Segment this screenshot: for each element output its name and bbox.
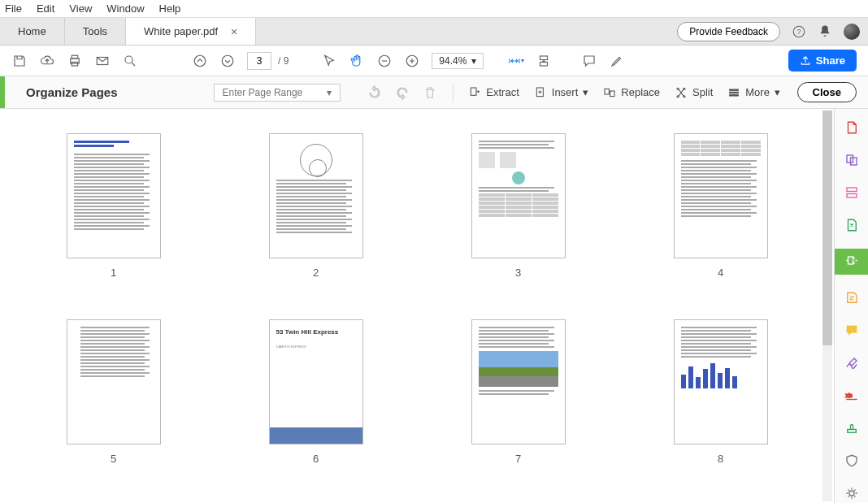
select-tool-icon[interactable] [321,53,337,69]
page-thumbnail-2[interactable] [269,133,363,258]
zoom-level-label: 94.4% [439,55,467,67]
extract-button[interactable]: Extract [468,86,519,99]
page6-heading: 53 Twin Hill Express [270,320,362,345]
zoom-level-dropdown[interactable]: 94.4%▾ [432,53,484,69]
menu-file[interactable]: File [5,2,22,15]
page-number-1: 1 [111,267,116,279]
menu-help[interactable]: Help [159,2,181,15]
chevron-down-icon: ▾ [471,55,476,67]
rotate-right-icon[interactable] [394,85,410,101]
provide-feedback-button[interactable]: Provide Feedback [677,22,780,41]
zoom-out-icon[interactable] [376,53,393,69]
menu-view[interactable]: View [69,2,92,15]
page-range-input[interactable]: Enter Page Range ▾ [214,84,341,102]
extract-label: Extract [486,86,519,98]
svg-rect-21 [730,89,739,90]
page-number-8: 8 [718,453,723,465]
edit-pdf-icon[interactable] [843,184,861,202]
page-thumbnail-1[interactable] [67,133,161,258]
content-area: 1 2 3 [0,109,868,503]
share-button-label: Share [816,54,845,67]
notifications-icon[interactable] [818,24,832,39]
send-comments-icon[interactable] [843,322,861,340]
more-button[interactable]: More ▾ [727,86,780,99]
tab-bar: Home Tools White paper.pdf × Provide Fee… [0,18,868,46]
comment-tool-icon[interactable] [843,289,861,307]
svg-rect-22 [730,92,739,93]
create-pdf-icon[interactable] [843,119,861,137]
combine-files-icon[interactable] [843,151,861,169]
right-tools-rail: xls [834,109,868,503]
rotate-left-icon[interactable] [367,85,383,101]
page-range-placeholder: Enter Page Range [223,87,303,98]
more-tools-icon-1[interactable]: xls [843,387,861,405]
svg-point-31 [849,491,854,496]
page-number-5: 5 [111,453,116,465]
user-avatar[interactable] [844,24,860,40]
main-toolbar: / 9 94.4%▾ ▾ Share [0,46,868,76]
share-button[interactable]: Share [788,50,857,72]
tab-close-icon[interactable]: × [231,25,237,38]
svg-rect-27 [847,194,857,198]
split-button[interactable]: Split [675,86,713,99]
close-button[interactable]: Close [797,82,857,102]
page-number-input[interactable] [247,52,271,70]
hand-tool-icon[interactable] [349,53,365,69]
tab-home[interactable]: Home [0,18,65,45]
protect-icon[interactable] [843,452,861,470]
menu-bar: File Edit View Window Help [0,0,868,18]
svg-rect-24 [847,155,853,163]
tab-document[interactable]: White paper.pdf × [126,18,256,45]
stamp-icon[interactable] [843,419,861,437]
page-number-7: 7 [515,453,521,465]
replace-button[interactable]: Replace [603,86,660,99]
fill-sign-icon[interactable] [843,354,861,372]
page-thumbnail-8[interactable] [674,319,768,444]
insert-button[interactable]: Insert ▾ [534,86,589,99]
organize-pages-title: Organize Pages [26,85,118,99]
fit-width-icon[interactable]: ▾ [508,53,524,69]
tab-tools[interactable]: Tools [65,18,126,45]
page-up-icon[interactable] [192,53,208,69]
vertical-scrollbar[interactable] [822,111,832,501]
page-number-6: 6 [313,453,319,465]
svg-point-18 [677,95,679,97]
delete-icon[interactable] [422,85,438,101]
menu-edit[interactable]: Edit [37,2,54,15]
svg-rect-23 [730,94,739,95]
highlight-icon[interactable] [609,53,625,69]
more-tools-icon-2[interactable] [843,484,861,502]
organize-pages-icon[interactable] [835,249,869,275]
page-total-label: / 9 [278,55,289,67]
scroll-mode-icon[interactable] [536,53,552,69]
svg-rect-15 [605,89,609,94]
help-icon[interactable]: ? [792,24,806,39]
svg-point-8 [222,55,233,67]
menu-window[interactable]: Window [106,2,144,15]
page-thumbnail-4[interactable] [674,133,768,258]
cloud-upload-icon[interactable] [39,53,55,69]
replace-label: Replace [621,86,660,98]
page-thumbnail-7[interactable] [471,319,566,444]
page-down-icon[interactable] [219,53,236,69]
page-thumbnail-5[interactable] [67,319,161,444]
page-number-2: 2 [313,267,319,279]
mail-icon[interactable] [94,53,111,69]
comment-icon[interactable] [581,53,597,69]
svg-point-20 [684,95,685,97]
page-thumbnail-6[interactable]: 53 Twin Hill Express CAMPUS EXPRESS [269,319,363,444]
save-icon[interactable] [11,53,28,69]
print-icon[interactable] [67,53,83,69]
page-thumbnails-area[interactable]: 1 2 3 [0,109,834,503]
svg-point-17 [677,88,679,89]
tab-document-label: White paper.pdf [144,25,218,37]
svg-point-6 [125,56,132,63]
search-icon[interactable] [122,53,138,69]
more-label: More [745,86,770,98]
separator [453,83,454,102]
organize-pages-toolbar: Organize Pages Enter Page Range ▾ Extrac… [0,76,868,109]
page-thumbnail-3[interactable] [471,133,566,258]
export-pdf-icon[interactable] [843,216,861,234]
zoom-in-icon[interactable] [404,53,420,69]
page-number-3: 3 [515,267,521,279]
